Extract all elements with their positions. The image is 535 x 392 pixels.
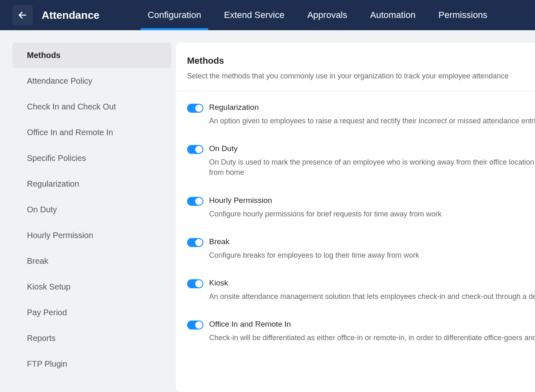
tab-label: Configuration <box>148 10 201 20</box>
method-desc: An option given to employees to raise a … <box>209 116 535 126</box>
method-title: Break <box>209 237 535 246</box>
sidebar-item-pay-period[interactable]: Pay Period <box>12 300 172 325</box>
content-subtitle: Select the methods that you commonly use… <box>187 72 535 80</box>
method-text: Kiosk An onsite attendance management so… <box>209 278 535 302</box>
page-title: Attendance <box>42 9 100 22</box>
sidebar-item-attendance-policy[interactable]: Attendance Policy <box>12 68 172 94</box>
sidebar-item-label: Pay Period <box>27 308 67 317</box>
method-kiosk: Kiosk An onsite attendance management so… <box>176 270 535 311</box>
tab-label: Extend Service <box>224 10 284 20</box>
method-text: Regularization An option given to employ… <box>209 103 535 126</box>
sidebar-item-office-remote-in[interactable]: Office In and Remote In <box>12 120 172 145</box>
tab-configuration[interactable]: Configuration <box>136 0 213 30</box>
sidebar-item-regularization[interactable]: Regularization <box>12 171 172 197</box>
sidebar-item-ftp-plugin[interactable]: FTP Plugin <box>12 351 172 377</box>
tab-approvals[interactable]: Approvals <box>296 0 359 30</box>
arrow-left-icon <box>18 10 27 20</box>
method-break: Break Configure breaks for employees to … <box>176 228 535 270</box>
method-title: Hourly Permission <box>209 196 535 205</box>
method-hourly-permission: Hourly Permission Configure hourly permi… <box>176 187 535 228</box>
method-desc: An onsite attendance management solution… <box>209 292 535 302</box>
method-title: On Duty <box>209 144 535 153</box>
tab-permissions[interactable]: Permissions <box>427 0 499 30</box>
method-text: Break Configure breaks for employees to … <box>209 237 535 261</box>
method-regularization: Regularization An option given to employ… <box>176 94 535 135</box>
sidebar-item-kiosk-setup[interactable]: Kiosk Setup <box>12 274 172 300</box>
sidebar-item-break[interactable]: Break <box>12 248 172 274</box>
tab-label: Automation <box>370 10 415 20</box>
tabs: Configuration Extend Service Approvals A… <box>136 0 499 30</box>
header-bar: Attendance Configuration Extend Service … <box>0 0 535 30</box>
sidebar: Methods Attendance Policy Check In and C… <box>12 42 176 392</box>
method-desc: On Duty is used to mark the presence of … <box>209 157 535 178</box>
method-desc: Check-in will be differentiated as eithe… <box>209 333 535 343</box>
sidebar-item-label: FTP Plugin <box>27 359 67 368</box>
method-title: Kiosk <box>209 278 535 287</box>
toggle-office-remote-in[interactable] <box>187 321 203 330</box>
content-panel: Methods Select the methods that you comm… <box>176 42 535 392</box>
method-text: Office In and Remote In Check-in will be… <box>209 320 535 343</box>
toggle-on-duty[interactable] <box>187 145 203 154</box>
method-office-remote-in: Office In and Remote In Check-in will be… <box>176 311 535 352</box>
method-title: Regularization <box>209 103 535 112</box>
method-on-duty: On Duty On Duty is used to mark the pres… <box>176 135 535 187</box>
sidebar-item-label: Break <box>27 256 48 265</box>
sidebar-item-methods[interactable]: Methods <box>12 42 172 68</box>
back-button[interactable] <box>12 5 33 25</box>
method-text: On Duty On Duty is used to mark the pres… <box>209 144 535 178</box>
sidebar-item-label: Office In and Remote In <box>27 128 113 137</box>
sidebar-item-label: Methods <box>27 51 60 60</box>
method-desc-line1: On Duty is used to mark the presence of … <box>209 158 535 166</box>
toggle-regularization[interactable] <box>187 104 203 113</box>
sidebar-item-label: Kiosk Setup <box>27 282 71 291</box>
content-title: Methods <box>187 56 535 66</box>
tab-label: Permissions <box>439 10 488 20</box>
body: Methods Attendance Policy Check In and C… <box>0 30 535 392</box>
sidebar-item-reports[interactable]: Reports <box>12 325 172 351</box>
sidebar-item-label: Attendance Policy <box>27 76 92 85</box>
content-header: Methods Select the methods that you comm… <box>176 56 535 91</box>
sidebar-item-specific-policies[interactable]: Specific Policies <box>12 145 172 171</box>
sidebar-item-check-in-out[interactable]: Check In and Check Out <box>12 94 172 120</box>
sidebar-item-label: Check In and Check Out <box>27 102 116 111</box>
tab-label: Approvals <box>307 10 347 20</box>
toggle-kiosk[interactable] <box>187 279 203 288</box>
method-desc-line2: from home <box>209 167 535 178</box>
method-list: Regularization An option given to employ… <box>176 91 535 352</box>
method-desc: Configure breaks for employees to log th… <box>209 250 535 261</box>
tab-extend-service[interactable]: Extend Service <box>212 0 296 30</box>
sidebar-item-label: Specific Policies <box>27 154 86 163</box>
sidebar-item-label: On Duty <box>27 205 57 214</box>
sidebar-item-label: Regularization <box>27 179 79 188</box>
sidebar-item-label: Reports <box>27 334 56 343</box>
sidebar-item-label: Hourly Permission <box>27 231 93 240</box>
method-text: Hourly Permission Configure hourly permi… <box>209 196 535 219</box>
method-desc: Configure hourly permissions for brief r… <box>209 209 535 219</box>
method-title: Office In and Remote In <box>209 320 535 329</box>
sidebar-item-hourly-permission[interactable]: Hourly Permission <box>12 223 172 248</box>
toggle-break[interactable] <box>187 238 203 247</box>
tab-automation[interactable]: Automation <box>359 0 427 30</box>
toggle-hourly-permission[interactable] <box>187 197 203 206</box>
sidebar-item-on-duty[interactable]: On Duty <box>12 197 172 223</box>
